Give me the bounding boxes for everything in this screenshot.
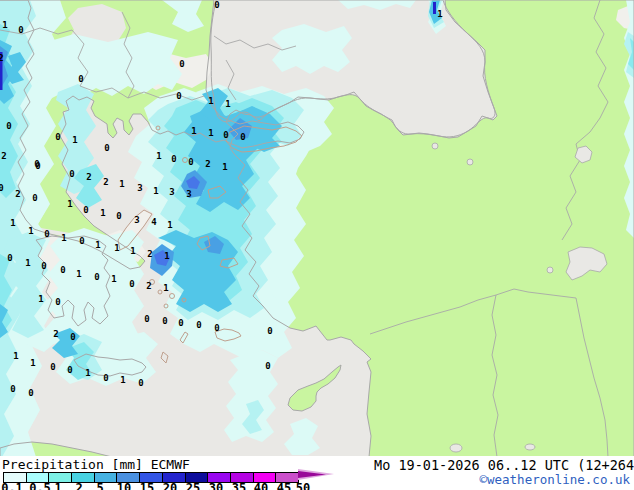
precip-value-label: 0 (32, 193, 37, 203)
precip-value-label: 0 (178, 318, 183, 328)
precip-value-label: 1 (222, 162, 227, 172)
precip-value-label: 0 (18, 25, 23, 35)
precip-value-label: 0 (144, 314, 149, 324)
precip-value-label: 0 (6, 121, 11, 131)
legend-band: Precipitation [mm] ECMWF 0.10.5125101520… (0, 456, 634, 490)
precip-value-label: 0 (176, 91, 181, 101)
precip-value-label: 1 (167, 220, 172, 230)
precip-value-label: 0 (83, 205, 88, 215)
precip-value-label: 0 (267, 326, 272, 336)
legend-tick-label: 1 (54, 481, 61, 490)
legend-tick-label: 45 (277, 481, 291, 490)
precip-value-label: 0 (214, 323, 219, 333)
legend-tick-label: 30 (209, 481, 223, 490)
precip-value-label: 0 (10, 384, 15, 394)
legend-tick-label: 2 (75, 481, 82, 490)
precip-value-label: 0 (69, 169, 74, 179)
precip-value-label: 0 (50, 362, 55, 372)
precip-value-label: 3 (169, 187, 174, 197)
precip-value-label: 1 (38, 294, 43, 304)
precip-value-label: 1 (153, 186, 158, 196)
precip-value-label: 0 (67, 365, 72, 375)
precip-value-label: 2 (0, 53, 4, 63)
precip-value-label: 1 (10, 218, 15, 228)
precip-value-label: 0 (70, 332, 75, 342)
precip-value-label: 2 (53, 329, 58, 339)
precip-value-label: 0 (103, 373, 108, 383)
precip-value-label: 0 (162, 316, 167, 326)
precip-value-label: 1 (2, 20, 7, 30)
legend-tick-label: 10 (117, 481, 131, 490)
precip-value-label: 0 (79, 236, 84, 246)
precip-value-label: 0 (44, 229, 49, 239)
precip-value-label: 0 (129, 279, 134, 289)
precip-value-label: 0 (223, 130, 228, 140)
precip-value-label: 0 (55, 297, 60, 307)
precip-value-label: 3 (137, 183, 142, 193)
precip-value-label: 1 (163, 283, 168, 293)
precip-value-label: 0 (265, 361, 270, 371)
precip-value-label: 2 (103, 177, 108, 187)
precip-value-label: 1 (67, 199, 72, 209)
precip-value-label: 2 (15, 189, 20, 199)
precip-value-label: 1 (13, 351, 18, 361)
precip-value-label: 1 (164, 251, 169, 261)
copyright-text: ©weatheronline.co.uk (479, 472, 630, 487)
legend-tick-label: 20 (163, 481, 177, 490)
precip-value-label: 0 (179, 59, 184, 69)
legend-tick-label: 0.5 (29, 481, 51, 490)
precip-value-label: 1 (437, 9, 442, 19)
precip-value-label: 0 (196, 320, 201, 330)
precip-map: 0110200011011000102010021002213133020101… (0, 0, 634, 456)
precip-value-label: 1 (208, 128, 213, 138)
legend-color-bar (3, 472, 299, 481)
precip-value-label: 0 (94, 272, 99, 282)
precip-value-label: 1 (208, 96, 213, 106)
precip-value-label: 1 (28, 226, 33, 236)
precip-value-label: 1 (100, 208, 105, 218)
precip-value-label: 2 (146, 281, 151, 291)
legend-tick-label: 0.1 (1, 481, 23, 490)
precip-value-label: 0 (35, 161, 40, 171)
forecast-datetime: Mo 19-01-2026 06..12 UTC (12+264 (374, 457, 634, 473)
precip-value-label: 0 (78, 74, 83, 84)
precip-value-label: 0 (0, 183, 4, 193)
precip-value-label: 2 (1, 151, 6, 161)
precip-value-label: 3 (134, 215, 139, 225)
precip-value-label: 1 (156, 151, 161, 161)
legend-tick-label: 15 (140, 481, 154, 490)
precip-value-label: 0 (60, 265, 65, 275)
precip-value-label: 1 (111, 274, 116, 284)
legend-tick-label: 35 (232, 481, 246, 490)
precip-value-label: 2 (147, 249, 152, 259)
precip-value-label: 0 (116, 211, 121, 221)
precip-value-label: 1 (225, 99, 230, 109)
precip-value-label: 3 (186, 189, 191, 199)
precip-value-label: 2 (86, 172, 91, 182)
precip-value-label: 4 (151, 217, 157, 227)
precip-value-label: 0 (28, 388, 33, 398)
precip-value-label: 1 (120, 375, 125, 385)
precip-value-label: 1 (25, 258, 30, 268)
precip-value-label: 1 (76, 269, 81, 279)
legend-title: Precipitation [mm] ECMWF (2, 457, 190, 472)
precip-value-label: 1 (114, 243, 119, 253)
precip-value-label: 2 (205, 159, 210, 169)
precip-value-label: 1 (61, 233, 66, 243)
legend-tick-label: 40 (254, 481, 268, 490)
precip-value-label: 0 (41, 261, 46, 271)
precip-value-label: 1 (119, 179, 124, 189)
precip-value-label: 0 (188, 157, 193, 167)
precip-value-label: 0 (55, 132, 60, 142)
precip-value-label: 0 (214, 0, 219, 10)
precip-value-label: 1 (30, 358, 35, 368)
precip-value-label: 1 (95, 240, 100, 250)
precip-value-label: 1 (72, 135, 77, 145)
precip-value-label: 1 (191, 126, 196, 136)
precip-value-label: 1 (130, 246, 135, 256)
precip-value-label: 1 (85, 368, 90, 378)
legend-tick-label: 5 (96, 481, 103, 490)
precip-value-label: 0 (7, 253, 12, 263)
precip-value-label: 0 (240, 132, 245, 142)
precip-value-label: 0 (104, 143, 109, 153)
